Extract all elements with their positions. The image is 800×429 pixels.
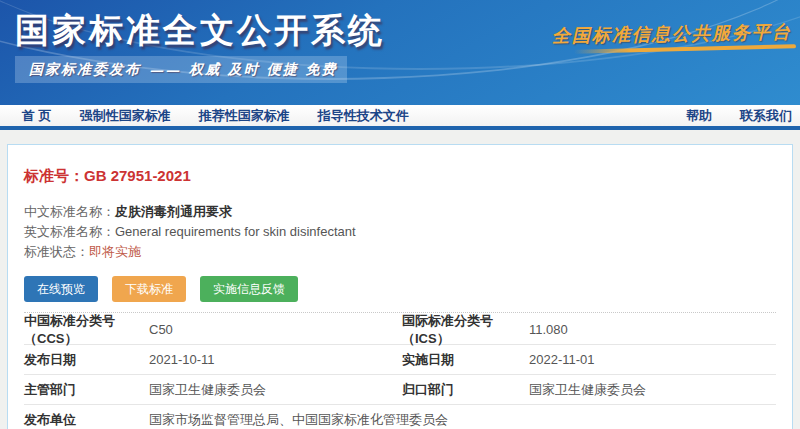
table-row: 主管部门 国家卫生健康委员会 归口部门 国家卫生健康委员会 [24,375,776,405]
nav-item-help[interactable]: 帮助 [686,103,712,128]
nav-item-guiding-documents[interactable]: 指导性技术文件 [318,103,409,128]
ics-label: 国际标准分类号（ICS） [402,312,529,348]
field-label: 英文标准名称： [24,224,115,239]
standard-number-line: 标准号：GB 27951-2021 [24,167,776,186]
slogan-dash: —— [149,62,181,78]
download-standard-button[interactable]: 下载标准 [112,276,186,302]
action-button-row: 在线预览 下载标准 实施信息反馈 [24,276,776,302]
field-label: 中文标准名称： [24,204,115,219]
online-preview-button[interactable]: 在线预览 [24,276,98,302]
implement-date-value: 2022-11-01 [529,352,776,367]
nav-left-group: 首 页 强制性国家标准 推荐性国家标准 指导性技术文件 [22,103,409,128]
ccs-label: 中国标准分类号（CCS） [24,312,149,348]
nav-item-recommended-standards[interactable]: 推荐性国家标准 [199,103,290,128]
header-banner: 国家标准全文公开系统 国家标准委发布 —— 权威 及时 便捷 免费 全国标准信息… [0,0,800,105]
centralized-dept-label: 归口部门 [402,381,529,399]
implement-date-label: 实施日期 [402,351,529,369]
competent-dept-value: 国家卫生健康委员会 [149,381,402,399]
nav-item-mandatory-standards[interactable]: 强制性国家标准 [80,103,171,128]
field-english-name: 英文标准名称：General requirements for skin dis… [24,222,776,242]
nav-item-contact-us[interactable]: 联系我们 [740,103,792,128]
site-title: 国家标准全文公开系统 [15,8,385,54]
ccs-value: C50 [149,322,402,337]
issuing-unit-value: 国家市场监督管理总局、中国国家标准化管理委员会 [149,411,776,429]
ics-value: 11.080 [529,322,776,337]
page-content: 标准号：GB 27951-2021 中文标准名称：皮肤消毒剂通用要求 英文标准名… [0,130,800,425]
standard-number-value: GB 27951-2021 [84,167,191,184]
competent-dept-label: 主管部门 [24,381,149,399]
nav-item-home[interactable]: 首 页 [22,103,52,128]
status-badge: 即将实施 [89,244,141,259]
slogan-words: 权威 及时 便捷 免费 [189,61,338,79]
field-chinese-name: 中文标准名称：皮肤消毒剂通用要求 [24,202,776,222]
nav-right-group: 帮助 联系我们 [686,103,794,128]
issuing-unit-label: 发布单位 [24,411,149,429]
slogan-prefix: 国家标准委发布 [29,61,141,79]
field-label: 标准状态： [24,244,89,259]
standard-number-label: 标准号： [24,167,84,184]
table-row: 发布日期 2021-10-11 实施日期 2022-11-01 [24,345,776,375]
slogan-band: 国家标准委发布 —— 权威 及时 便捷 免费 [15,56,347,83]
field-value: General requirements for skin disinfecta… [115,224,356,239]
platform-brand-text: 全国标准信息公共服务平台 [552,20,792,48]
main-navbar: 首 页 强制性国家标准 推荐性国家标准 指导性技术文件 帮助 联系我们 [0,105,800,130]
publish-date-label: 发布日期 [24,351,149,369]
details-table: 中国标准分类号（CCS） C50 国际标准分类号（ICS） 11.080 发布日… [24,315,776,429]
publish-date-value: 2021-10-11 [149,352,402,367]
table-row: 发布单位 国家市场监督管理总局、中国国家标准化管理委员会 [24,405,776,429]
field-status: 标准状态：即将实施 [24,242,776,262]
table-row: 中国标准分类号（CCS） C50 国际标准分类号（ICS） 11.080 [24,315,776,345]
implementation-feedback-button[interactable]: 实施信息反馈 [200,276,298,302]
centralized-dept-value: 国家卫生健康委员会 [529,381,776,399]
standard-detail-card: 标准号：GB 27951-2021 中文标准名称：皮肤消毒剂通用要求 英文标准名… [7,144,793,429]
field-value: 皮肤消毒剂通用要求 [115,204,232,219]
